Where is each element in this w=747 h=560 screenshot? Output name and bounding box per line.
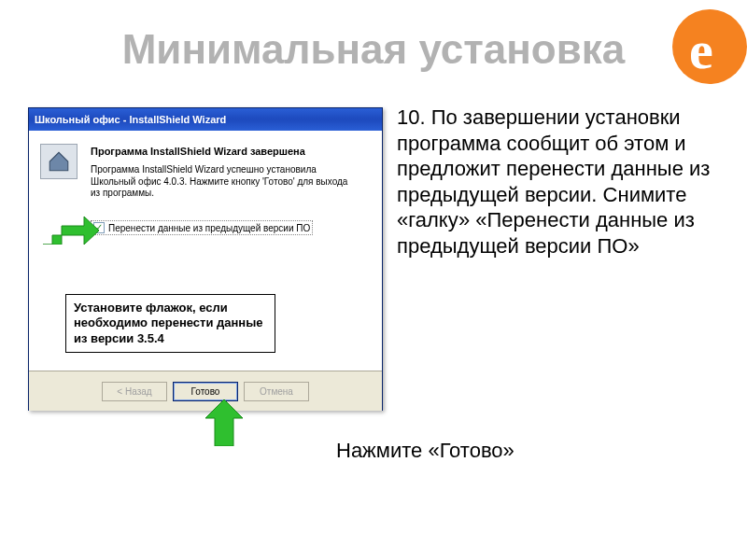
callout-text: Установите флажок, если необходимо перен… — [74, 301, 263, 345]
callout-box: Установите флажок, если необходимо перен… — [65, 294, 275, 353]
finish-button[interactable]: Готово — [173, 382, 238, 401]
dialog-heading: Программа InstallShield Wizard завершена — [91, 146, 305, 157]
transfer-data-checkbox-label: Перенести данные из предыдущей версии ПО — [108, 223, 310, 233]
instruction-text: 10. По завершении установки программа со… — [397, 105, 733, 259]
instruction-click-ready: Нажмите «Готово» — [336, 439, 514, 463]
installer-dialog: Школьный офис - InstallShield Wizard Про… — [28, 107, 383, 411]
cancel-button: Отмена — [244, 382, 309, 401]
svg-marker-1 — [205, 399, 243, 446]
arrow-to-checkbox-icon — [43, 207, 99, 245]
page-title: Минимальная установка — [0, 26, 747, 73]
dialog-body-text: Программа InstallShield Wizard успешно у… — [91, 164, 352, 200]
dialog-titlebar: Школьный офис - InstallShield Wizard — [29, 108, 382, 131]
arrow-to-finish-icon — [201, 399, 247, 446]
back-button: < Назад — [102, 382, 167, 401]
installshield-logo-icon — [40, 144, 78, 179]
transfer-data-checkbox-row: ✓ Перенести данные из предыдущей версии … — [91, 220, 313, 235]
svg-marker-0 — [43, 217, 99, 245]
